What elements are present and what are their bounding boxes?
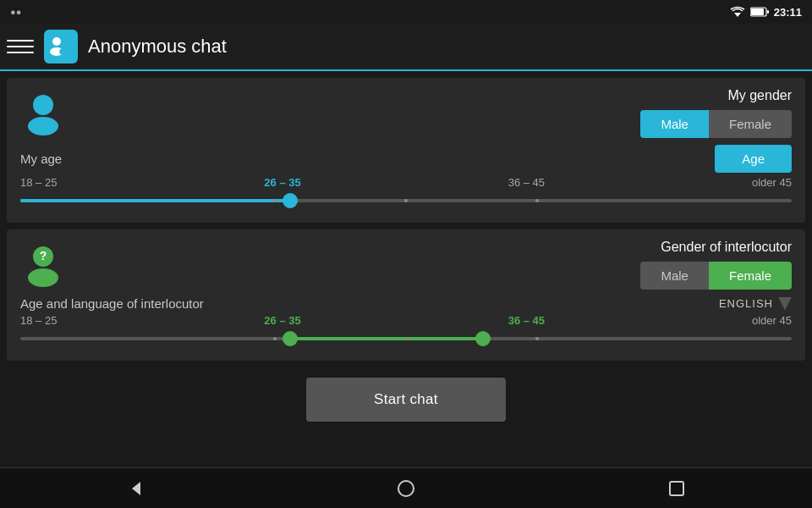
my-gender-label: My gender <box>727 88 792 103</box>
back-button[interactable] <box>118 472 152 505</box>
my-age-slider-track[interactable] <box>20 199 792 202</box>
interlocutor-gender-controls: Gender of interlocutor Male Female <box>640 240 792 290</box>
language-selector[interactable]: ENGLISH <box>719 297 792 311</box>
my-age-slider-thumb[interactable] <box>283 193 298 208</box>
status-bar-left: ●● <box>10 7 21 17</box>
svg-point-8 <box>33 95 53 115</box>
language-value: ENGLISH <box>719 297 773 310</box>
language-dropdown-icon <box>778 297 792 311</box>
svg-rect-15 <box>670 482 683 495</box>
my-age-label-3645: 36 – 45 <box>508 176 545 189</box>
menu-button[interactable] <box>7 33 34 60</box>
my-female-button[interactable]: Female <box>709 110 792 138</box>
interlocutor-age-slider-thumb-left[interactable] <box>283 331 298 346</box>
top-bar: Anonymous chat <box>0 24 812 71</box>
interlocutor-age-lang-label: Age and language of interlocutor <box>20 296 204 311</box>
start-chat-row: Start chat <box>0 367 812 428</box>
home-icon <box>396 478 416 499</box>
tick-3 <box>535 199 539 202</box>
inter-age-label-older: older 45 <box>752 314 792 327</box>
my-age-slider-labels: 18 – 25 26 – 35 36 – 45 older 45 <box>20 176 792 189</box>
my-gender-controls: My gender Male Female <box>640 88 792 138</box>
my-profile-panel: My gender Male Female My age Age 18 – 25… <box>7 78 805 223</box>
svg-point-9 <box>28 117 58 135</box>
my-age-slider-fill <box>20 199 290 202</box>
svg-rect-2 <box>751 8 764 15</box>
interlocutor-male-button[interactable]: Male <box>640 262 709 290</box>
my-age-button[interactable]: Age <box>715 145 792 173</box>
interlocutor-gender-row: ? Gender of interlocutor Male Female <box>20 240 792 290</box>
svg-point-14 <box>398 481 414 496</box>
interlocutor-age-labels: 18 – 25 26 – 35 36 – 45 older 45 <box>20 314 792 327</box>
home-button[interactable] <box>389 472 423 505</box>
interlocutor-panel: ? Gender of interlocutor Male Female Age… <box>7 229 805 361</box>
tick-1 <box>273 199 277 202</box>
my-age-slider-container: 18 – 25 26 – 35 36 – 45 older 45 <box>20 176 792 202</box>
my-age-label: My age <box>20 152 62 166</box>
svg-text:?: ? <box>40 249 47 262</box>
inter-tick-2 <box>404 337 408 340</box>
inter-tick-1 <box>273 337 277 340</box>
interlocutor-gender-buttons: Male Female <box>640 262 792 290</box>
interlocutor-age-slider-thumb-right[interactable] <box>475 331 491 346</box>
svg-rect-3 <box>767 10 769 14</box>
status-bar-right: 23:11 <box>730 6 802 19</box>
my-gender-buttons: Male Female <box>640 110 792 138</box>
inter-age-label-3645: 36 – 45 <box>508 314 545 327</box>
battery-icon <box>750 7 769 17</box>
my-age-label-1825: 18 – 25 <box>20 176 57 189</box>
svg-point-7 <box>59 47 73 56</box>
nav-bar <box>0 467 812 508</box>
svg-point-11 <box>28 268 58 287</box>
start-chat-button[interactable]: Start chat <box>306 378 506 422</box>
interlocutor-age-slider-track[interactable] <box>20 337 792 340</box>
recent-icon <box>667 478 687 499</box>
my-gender-label-row: My gender <box>727 88 792 103</box>
my-age-label-2635: 26 – 35 <box>264 176 300 189</box>
notification-icon: ●● <box>10 7 21 17</box>
svg-point-6 <box>62 37 70 46</box>
recent-button[interactable] <box>660 472 694 505</box>
inter-age-label-2635: 26 – 35 <box>264 314 300 327</box>
main-content: My gender Male Female My age Age 18 – 25… <box>0 71 812 467</box>
svg-marker-13 <box>132 482 140 495</box>
interlocutor-avatar: ? <box>20 242 66 288</box>
interlocutor-age-slider-fill <box>290 337 483 340</box>
interlocutor-age-slider-container: 18 – 25 26 – 35 36 – 45 older 45 <box>20 314 792 340</box>
interlocutor-gender-label: Gender of interlocutor <box>661 240 792 255</box>
my-gender-row: My gender Male Female <box>20 88 792 138</box>
svg-marker-0 <box>734 13 741 17</box>
my-avatar <box>20 91 66 136</box>
interlocutor-female-button[interactable]: Female <box>709 262 792 290</box>
app-icon <box>44 30 78 64</box>
back-icon <box>125 478 145 499</box>
inter-age-label-1825: 18 – 25 <box>20 314 57 327</box>
my-male-button[interactable]: Male <box>640 110 709 138</box>
tick-2 <box>404 199 408 202</box>
interlocutor-age-lang-row: Age and language of interlocutor ENGLISH <box>20 296 792 311</box>
app-title: Anonymous chat <box>88 36 227 58</box>
inter-tick-3 <box>535 337 539 340</box>
status-bar: ●● 23:11 <box>0 0 812 24</box>
my-age-row: My age Age <box>20 145 792 173</box>
clock: 23:11 <box>774 6 802 19</box>
wifi-icon <box>730 6 745 18</box>
svg-point-4 <box>52 37 61 46</box>
my-age-label-older: older 45 <box>752 176 792 189</box>
